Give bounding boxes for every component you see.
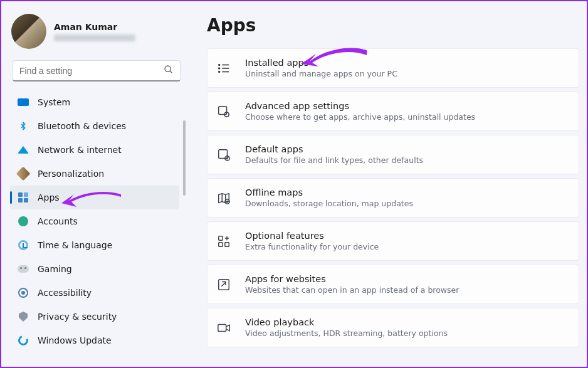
card-default-apps[interactable]: Default apps Defaults for file and link … bbox=[207, 135, 579, 174]
svg-rect-14 bbox=[219, 242, 223, 246]
gamepad-icon bbox=[18, 263, 29, 275]
svg-rect-15 bbox=[225, 242, 229, 246]
sidebar-item-time[interactable]: Time & language bbox=[10, 233, 179, 257]
svg-point-2 bbox=[219, 64, 220, 65]
sidebar-item-personalization[interactable]: Personalization bbox=[10, 162, 179, 186]
sidebar-scrollbar-thumb[interactable] bbox=[183, 120, 186, 196]
sidebar-item-label: Accessibility bbox=[38, 288, 92, 298]
wifi-icon bbox=[18, 144, 29, 155]
card-desc: Extra functionality for your device bbox=[245, 242, 379, 251]
settings-cards: Installed apps Uninstall and manage apps… bbox=[207, 48, 579, 347]
sidebar-item-privacy[interactable]: Privacy & security bbox=[10, 305, 179, 329]
profile-block[interactable]: Aman Kumar bbox=[10, 10, 183, 58]
sidebar-item-apps[interactable]: Apps bbox=[10, 186, 179, 209]
bluetooth-icon bbox=[18, 120, 29, 132]
sidebar-item-label: Privacy & security bbox=[38, 312, 117, 322]
sidebar-item-system[interactable]: System bbox=[10, 90, 179, 114]
accessibility-icon bbox=[18, 287, 29, 298]
search-icon bbox=[164, 65, 174, 77]
card-desc: Defaults for file and link types, other … bbox=[245, 155, 423, 165]
page-title: Apps bbox=[207, 15, 579, 36]
app-gear-icon bbox=[216, 104, 231, 119]
svg-rect-17 bbox=[218, 324, 226, 331]
apps-icon bbox=[18, 192, 29, 203]
sidebar-item-accessibility[interactable]: Accessibility bbox=[10, 281, 179, 305]
search-input[interactable] bbox=[19, 66, 164, 76]
svg-rect-10 bbox=[219, 149, 228, 158]
video-icon bbox=[216, 320, 231, 335]
sidebar-item-accounts[interactable]: Accounts bbox=[10, 209, 179, 233]
brush-icon bbox=[18, 168, 29, 179]
card-desc: Uninstall and manage apps on your PC bbox=[245, 69, 397, 78]
sidebar: Aman Kumar System Bluetooth & devices bbox=[1, 1, 189, 367]
svg-line-1 bbox=[170, 71, 172, 73]
update-icon bbox=[18, 335, 29, 346]
avatar bbox=[11, 14, 46, 49]
svg-rect-8 bbox=[219, 106, 227, 114]
main-content: Apps Installed apps Uninstall and manage… bbox=[189, 1, 587, 367]
sidebar-item-label: Personalization bbox=[38, 169, 104, 179]
card-title: Video playback bbox=[245, 317, 448, 327]
sidebar-item-label: Apps bbox=[38, 192, 60, 202]
card-advanced-app-settings[interactable]: Advanced app settings Choose where to ge… bbox=[207, 92, 579, 131]
card-offline-maps[interactable]: Offline maps Downloads, storage location… bbox=[207, 178, 579, 218]
sidebar-item-update[interactable]: Windows Update bbox=[10, 329, 179, 352]
card-desc: Video adjustments, HDR streaming, batter… bbox=[245, 329, 448, 338]
card-optional-features[interactable]: Optional features Extra functionality fo… bbox=[207, 221, 579, 261]
svg-point-0 bbox=[165, 66, 171, 71]
card-desc: Websites that can open in an app instead… bbox=[245, 285, 459, 295]
svg-point-4 bbox=[219, 71, 220, 72]
card-video-playback[interactable]: Video playback Video adjustments, HDR st… bbox=[207, 308, 579, 347]
clock-icon bbox=[18, 239, 29, 251]
svg-rect-13 bbox=[219, 236, 223, 239]
card-installed-apps[interactable]: Installed apps Uninstall and manage apps… bbox=[207, 48, 579, 88]
sidebar-item-label: Accounts bbox=[38, 216, 78, 226]
card-title: Default apps bbox=[245, 144, 423, 154]
card-title: Installed apps bbox=[245, 58, 397, 68]
sidebar-item-label: Time & language bbox=[38, 240, 112, 250]
sidebar-item-label: Bluetooth & devices bbox=[38, 121, 126, 131]
sidebar-item-bluetooth[interactable]: Bluetooth & devices bbox=[10, 114, 179, 138]
list-icon bbox=[216, 61, 231, 76]
sidebar-item-label: System bbox=[38, 97, 70, 107]
card-title: Apps for websites bbox=[245, 274, 459, 284]
accounts-icon bbox=[18, 216, 29, 227]
card-desc: Choose where to get apps, archive apps, … bbox=[245, 112, 475, 122]
svg-point-3 bbox=[219, 68, 220, 69]
sidebar-item-label: Windows Update bbox=[38, 335, 112, 345]
nav-list: System Bluetooth & devices Network & int… bbox=[10, 90, 183, 352]
sidebar-item-label: Gaming bbox=[38, 264, 72, 274]
sidebar-item-gaming[interactable]: Gaming bbox=[10, 257, 179, 281]
card-apps-for-websites[interactable]: Apps for websites Websites that can open… bbox=[207, 265, 579, 304]
default-apps-icon bbox=[216, 147, 231, 162]
features-plus-icon bbox=[216, 234, 231, 249]
sidebar-scrollbar[interactable] bbox=[183, 95, 186, 359]
shield-icon bbox=[18, 311, 29, 322]
link-app-icon bbox=[216, 277, 231, 292]
user-email-redacted bbox=[54, 34, 135, 41]
system-icon bbox=[18, 97, 29, 108]
user-name: Aman Kumar bbox=[54, 22, 135, 32]
sidebar-item-label: Network & internet bbox=[38, 145, 122, 155]
card-desc: Downloads, storage location, map updates bbox=[245, 199, 413, 208]
search-box[interactable] bbox=[13, 60, 181, 81]
card-title: Optional features bbox=[245, 231, 379, 241]
map-icon bbox=[216, 191, 231, 206]
card-title: Advanced app settings bbox=[245, 101, 475, 111]
card-title: Offline maps bbox=[245, 187, 413, 197]
sidebar-item-network[interactable]: Network & internet bbox=[10, 138, 179, 162]
